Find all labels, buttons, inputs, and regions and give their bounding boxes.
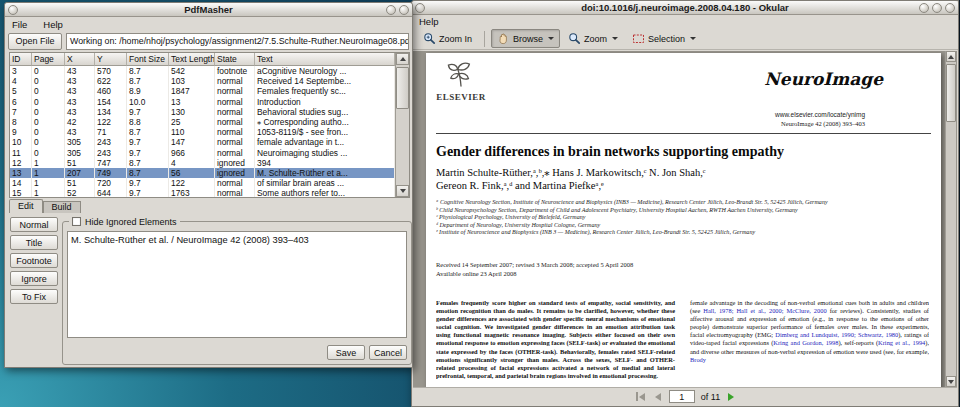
cell-text-length: 966 bbox=[169, 148, 215, 158]
column-header[interactable]: Text Length bbox=[169, 53, 215, 66]
chevron-down-icon bbox=[548, 37, 554, 40]
first-page-button[interactable] bbox=[634, 390, 647, 403]
cell-state: normal bbox=[215, 137, 255, 147]
state-button[interactable]: Ignore bbox=[10, 271, 58, 286]
window-title: PdfMasher bbox=[184, 4, 233, 15]
cell-text: ⁎ Corresponding autho... bbox=[255, 117, 395, 127]
okular-toolbar: Zoom In Browse Zoom Selection bbox=[412, 28, 958, 50]
browse-tool[interactable]: Browse bbox=[491, 29, 560, 48]
state-button[interactable]: Footnote bbox=[10, 253, 58, 268]
column-header[interactable]: ID bbox=[10, 53, 32, 66]
cell-id: 9 bbox=[10, 127, 32, 137]
menu-item[interactable]: File bbox=[12, 19, 27, 30]
cell-x: 43 bbox=[65, 97, 95, 107]
okular-titlebar[interactable]: doi:10.1016/j.neuroimage.2008.04.180 - O… bbox=[412, 1, 958, 15]
pdfmasher-titlebar[interactable]: PdfMasher bbox=[5, 3, 412, 17]
cell-font-size: 8.7 bbox=[127, 158, 169, 168]
previous-page-icon bbox=[655, 393, 661, 401]
desktop: { "colors": { "selection_blue": "#7796c4… bbox=[0, 0, 960, 407]
cell-font-size: 8.7 bbox=[127, 76, 169, 86]
shade-button[interactable] bbox=[386, 5, 396, 15]
okular-menubar: Help bbox=[412, 15, 958, 28]
table-row[interactable]: 11 0 305 243 9.7 966 normal Neuroimaging… bbox=[10, 148, 395, 158]
cell-id: 4 bbox=[10, 76, 32, 86]
selection-tool[interactable]: Selection bbox=[626, 29, 702, 48]
table-row[interactable]: 13 1 207 749 8.7 56 ignored M. Schulte-R… bbox=[10, 168, 395, 178]
scrollbar-thumb[interactable] bbox=[946, 64, 956, 122]
table-row[interactable]: 10 0 305 243 9.7 147 normal female advan… bbox=[10, 137, 395, 147]
working-on-path: Working on: /home/nhoj/psychology/assign… bbox=[66, 33, 409, 50]
page-number-input[interactable] bbox=[669, 390, 695, 403]
journal-url: www.elsevier.com/locate/ynimg bbox=[775, 111, 865, 118]
cell-font-size: 8.7 bbox=[127, 127, 169, 137]
zoom-tool[interactable]: Zoom bbox=[562, 29, 624, 48]
table-row[interactable]: 14 1 51 720 9.7 122 normal of similar br… bbox=[10, 178, 395, 188]
table-row[interactable]: 12 1 51 747 8.7 4 ignored 394 bbox=[10, 158, 395, 168]
zoom-in-tool[interactable]: Zoom In bbox=[417, 29, 478, 48]
table-row[interactable]: 4 0 43 622 8.7 103 normal Received 14 Se… bbox=[10, 76, 395, 86]
article-authors: Martin Schulte-Rüther,ᵃ,ᵇ,⁎ Hans J. Mark… bbox=[436, 166, 705, 192]
document-view[interactable]: ELSEVIER NeuroImage www.elsevier.com/loc… bbox=[413, 51, 957, 387]
table-row[interactable]: 9 0 43 71 8.7 110 normal 1053-8119/$ - s… bbox=[10, 127, 395, 137]
column-header[interactable]: Page bbox=[32, 53, 65, 66]
cell-text-length: 122 bbox=[169, 178, 215, 188]
scroll-up-icon[interactable] bbox=[946, 51, 956, 62]
tool-label: Zoom In bbox=[439, 34, 472, 44]
column-header[interactable]: Y bbox=[95, 53, 127, 66]
cell-state: footnote bbox=[215, 66, 255, 76]
tab-edit[interactable]: Edit bbox=[9, 199, 43, 213]
scroll-up-icon[interactable] bbox=[396, 53, 409, 65]
next-page-button[interactable] bbox=[726, 391, 736, 403]
cell-state: normal bbox=[215, 117, 255, 127]
previous-page-button[interactable] bbox=[653, 391, 663, 403]
shade-button[interactable] bbox=[919, 3, 929, 13]
hide-ignored-checkbox[interactable] bbox=[72, 217, 81, 226]
window-menu-button[interactable] bbox=[415, 3, 425, 13]
save-button[interactable]: Save bbox=[327, 345, 365, 360]
table-scrollbar[interactable] bbox=[395, 53, 409, 197]
document-scrollbar[interactable] bbox=[945, 51, 956, 387]
element-text-editor[interactable]: M. Schulte-Rüther et al. / NeuroImage 42… bbox=[67, 231, 407, 338]
scroll-down-icon[interactable] bbox=[946, 376, 956, 387]
scroll-down-icon[interactable] bbox=[396, 185, 409, 197]
column-header[interactable]: X bbox=[65, 53, 95, 66]
state-button[interactable]: Title bbox=[10, 235, 58, 250]
close-button[interactable] bbox=[945, 3, 955, 13]
close-button[interactable] bbox=[399, 5, 409, 15]
cell-text: Neuroimaging studies ... bbox=[255, 148, 395, 158]
cell-id: 13 bbox=[10, 168, 32, 178]
tool-label: Selection bbox=[648, 34, 685, 44]
cancel-button[interactable]: Cancel bbox=[369, 345, 407, 360]
table-row[interactable]: 8 0 42 122 8.8 25 normal ⁎ Corresponding… bbox=[10, 117, 395, 127]
table-row[interactable]: 15 1 52 644 9.7 1763 normal Some authors… bbox=[10, 188, 395, 197]
cell-id: 14 bbox=[10, 178, 32, 188]
menu-item[interactable]: Help bbox=[43, 19, 63, 30]
cell-y: 570 bbox=[95, 66, 127, 76]
cell-state: normal bbox=[215, 107, 255, 117]
cell-state: normal bbox=[215, 76, 255, 86]
state-button[interactable]: Normal bbox=[10, 217, 58, 232]
table-row[interactable]: 3 0 43 570 8.7 542 footnote aCognitive N… bbox=[10, 66, 395, 76]
maximize-button[interactable] bbox=[932, 3, 942, 13]
column-header[interactable]: Font Size bbox=[127, 53, 169, 66]
pdfmasher-toolbar: Open File Working on: /home/nhoj/psychol… bbox=[5, 31, 412, 51]
table-row[interactable]: 6 0 43 154 10.0 13 normal Introduction bbox=[10, 97, 395, 107]
cell-text: Some authors refer to... bbox=[255, 188, 395, 197]
window-menu-button[interactable] bbox=[8, 5, 18, 15]
cell-text-length: 147 bbox=[169, 137, 215, 147]
tab-build[interactable]: Build bbox=[43, 201, 81, 213]
cell-y: 644 bbox=[95, 188, 127, 197]
cell-id: 11 bbox=[10, 148, 32, 158]
cell-page: 0 bbox=[32, 148, 65, 158]
affiliations: ᵃ Cognitive Neurology Section, Institute… bbox=[436, 199, 925, 237]
menu-item[interactable]: Help bbox=[419, 16, 439, 27]
cell-page: 1 bbox=[32, 168, 65, 178]
scrollbar-thumb[interactable] bbox=[396, 67, 409, 109]
column-header[interactable]: Text bbox=[255, 53, 395, 66]
state-button[interactable]: To Fix bbox=[10, 289, 58, 304]
table-row[interactable]: 5 0 43 460 8.9 1847 normal Females frequ… bbox=[10, 86, 395, 96]
cell-state: normal bbox=[215, 97, 255, 107]
table-row[interactable]: 7 0 43 134 9.7 130 normal Behavioral stu… bbox=[10, 107, 395, 117]
open-file-button[interactable]: Open File bbox=[8, 33, 62, 50]
column-header[interactable]: State bbox=[215, 53, 255, 66]
